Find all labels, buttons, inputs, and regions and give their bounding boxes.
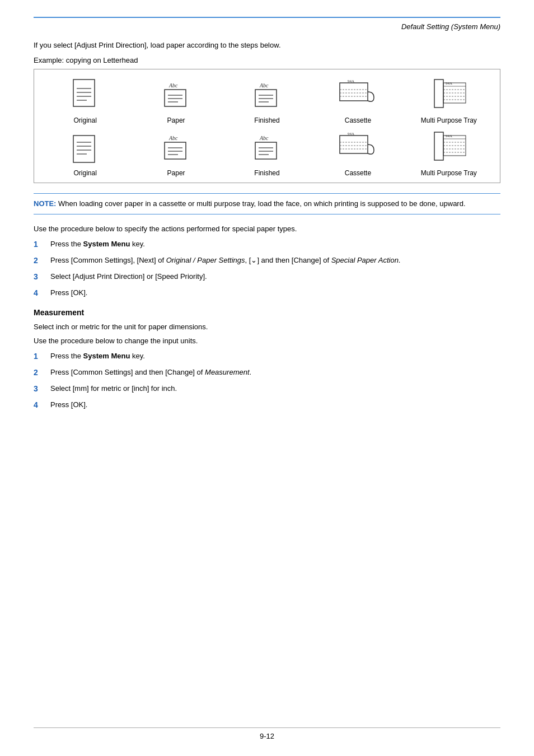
note-body: When loading cover paper in a cassette o… — [56, 199, 465, 208]
svg-text:Abc: Abc — [168, 135, 178, 141]
svg-text:94A: 94A — [446, 81, 452, 86]
footer-rule — [34, 727, 500, 728]
step-content-1-4: Press [OK]. — [50, 287, 500, 298]
note-box: NOTE: When loading cover paper in a cass… — [34, 193, 500, 214]
step-1-4: 4 Press [OK]. — [34, 287, 500, 299]
step-num-2-3: 3 — [34, 383, 50, 395]
procedure-intro: Use the procedure below to specify the a… — [34, 225, 500, 233]
label-original-2: Original — [74, 169, 97, 177]
step-2-3: 3 Select [mm] for metric or [inch] for i… — [34, 383, 500, 395]
diagram-item-cassette-1: 94A Cassette — [312, 77, 403, 124]
label-paper-1: Paper — [167, 116, 185, 124]
svg-text:94A: 94A — [348, 79, 354, 83]
label-cassette-1: Cassette — [345, 116, 371, 124]
step-num-1-2: 2 — [34, 255, 50, 267]
svg-rect-20 — [434, 80, 443, 108]
step-2-1: 1 Press the System Menu key. — [34, 351, 500, 362]
measurement-intro1: Select inch or metric for the unit for p… — [34, 323, 500, 331]
svg-rect-11 — [255, 90, 277, 106]
step-num-2-2: 2 — [34, 367, 50, 379]
measurement-heading: Measurement — [34, 308, 500, 317]
diagram-row-2: Original Abc Paper Abc — [40, 130, 494, 177]
step-content-1-2: Press [Common Settings], [Next] of Origi… — [50, 255, 500, 266]
svg-rect-6 — [165, 90, 186, 106]
svg-rect-39 — [255, 142, 277, 159]
label-finished-1: Finished — [254, 116, 279, 124]
svg-rect-34 — [165, 142, 186, 159]
step-1-1: 1 Press the System Menu key. — [34, 239, 500, 250]
footer-page: 9-12 — [0, 732, 534, 740]
step-1-3: 3 Select [Adjust Print Direction] or [Sp… — [34, 271, 500, 283]
diagram-item-original-1: Original — [40, 77, 130, 124]
note-bold: NOTE: — [34, 199, 56, 208]
note-text: NOTE: When loading cover paper in a cass… — [34, 198, 500, 209]
steps-list-1: 1 Press the System Menu key. 2 Press [Co… — [34, 239, 500, 299]
example-label: Example: copying on Letterhead — [34, 56, 500, 64]
header-title: Default Setting (System Menu) — [34, 22, 500, 31]
diagram-row-1: Original Abc Paper Abc — [40, 77, 494, 124]
label-mpt-2: Multi Purpose Tray — [421, 169, 477, 177]
step-content-2-2: Press [Common Settings] and then [Change… — [50, 367, 500, 378]
steps-list-2: 1 Press the System Menu key. 2 Press [Co… — [34, 351, 500, 411]
step-1-2: 2 Press [Common Settings], [Next] of Ori… — [34, 255, 500, 267]
label-mpt-1: Multi Purpose Tray — [421, 116, 477, 124]
label-original-1: Original — [74, 116, 97, 124]
label-cassette-2: Cassette — [345, 169, 371, 177]
svg-rect-48 — [434, 132, 443, 160]
diagram-item-cassette-2: 94A Cassette — [312, 130, 403, 177]
svg-text:94A: 94A — [446, 134, 452, 138]
step-content-1-3: Select [Adjust Print Direction] or [Spee… — [50, 271, 500, 282]
diagram-item-finished-2: Abc Finished — [222, 130, 312, 177]
svg-rect-0 — [73, 80, 95, 106]
diagram-item-paper-2: Abc Paper — [130, 130, 221, 177]
step-content-1-1: Press the System Menu key. — [50, 239, 500, 250]
diagram-item-mpt-2: 94A Multi Purpose Tray — [404, 130, 494, 177]
step-2-2: 2 Press [Common Settings] and then [Chan… — [34, 367, 500, 379]
label-paper-2: Paper — [167, 169, 185, 177]
svg-rect-43 — [340, 136, 368, 153]
svg-text:Abc: Abc — [259, 82, 269, 88]
header-rule — [34, 17, 500, 18]
step-num-1-4: 4 — [34, 287, 50, 299]
diagram-item-paper-1: Abc Paper — [130, 77, 221, 124]
svg-text:Abc: Abc — [259, 135, 269, 141]
measurement-intro2: Use the procedure below to change the in… — [34, 337, 500, 345]
diagram-item-mpt-1: 94A Multi Purpose Tray — [404, 77, 494, 124]
step-content-2-4: Press [OK]. — [50, 399, 500, 410]
step-num-1-1: 1 — [34, 239, 50, 250]
diagram-box: Original Abc Paper Abc — [34, 69, 500, 183]
step-content-2-1: Press the System Menu key. — [50, 351, 500, 362]
step-num-2-4: 4 — [34, 399, 50, 411]
step-2-4: 4 Press [OK]. — [34, 399, 500, 411]
svg-text:94A: 94A — [348, 132, 354, 136]
step-num-2-1: 1 — [34, 351, 50, 362]
diagram-item-original-2: Original — [40, 130, 130, 177]
step-content-2-3: Select [mm] for metric or [inch] for inc… — [50, 383, 500, 394]
label-finished-2: Finished — [254, 169, 279, 177]
intro-text: If you select [Adjust Print Direction], … — [34, 41, 500, 49]
svg-text:Abc: Abc — [168, 82, 178, 88]
step-num-1-3: 3 — [34, 271, 50, 283]
svg-rect-15 — [340, 83, 368, 101]
svg-rect-28 — [73, 136, 95, 162]
diagram-item-finished-1: Abc Finished — [222, 77, 312, 124]
